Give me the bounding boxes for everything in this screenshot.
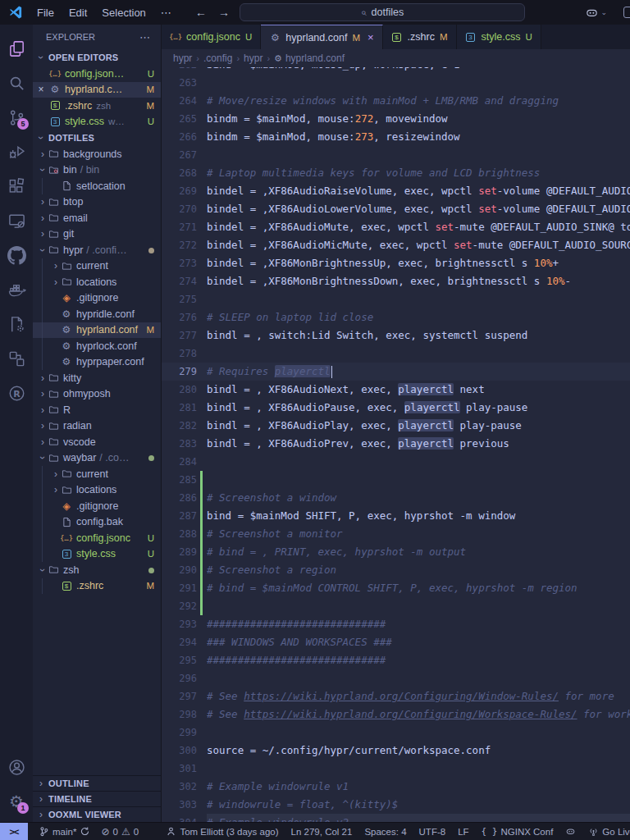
code-line-295[interactable]: 295############################# [162,651,630,669]
code-text[interactable]: # See https://wiki.hyprland.org/Configur… [207,705,630,724]
tree-item-ohmyposh[interactable]: ›ohmyposh [33,386,161,403]
code-text[interactable]: # Example windowrule v2 [207,814,630,822]
line-number[interactable]: 275 [162,290,197,308]
code-line-298[interactable]: 298# See https://wiki.hyprland.org/Confi… [162,705,630,724]
line-number[interactable]: 300 [162,742,197,760]
line-number[interactable]: 283 [162,435,197,453]
code-text[interactable] [207,724,630,742]
git-branch-status[interactable]: main* [39,826,90,837]
breadcrumb-item-hypr[interactable]: hypr [173,52,192,64]
code-line-270[interactable]: 270bindel = ,XF86AudioLowerVolume, exec,… [162,200,630,218]
code-text[interactable]: # Example windowrule v1 [207,778,630,796]
tree-item-vscode[interactable]: ›vscode [33,434,161,450]
tree-item-backgrounds[interactable]: ›backgrounds [33,146,161,162]
menu-selection[interactable]: Selection [95,4,152,21]
copilot-menu[interactable]: ⌄ [585,6,607,20]
line-number[interactable]: 274 [162,272,197,290]
code-line-301[interactable]: 301 [162,760,630,778]
code-text[interactable]: # Screenshot a window [207,489,630,507]
line-number[interactable]: 279 [162,363,197,381]
code-line-282[interactable]: 282bindl = , XF86AudioPlay, exec, player… [162,417,630,435]
line-number[interactable]: 293 [162,615,197,633]
line-number[interactable]: 288 [162,525,197,543]
tree-item-zsh[interactable]: ›zsh [33,562,161,578]
line-number[interactable]: 273 [162,254,197,272]
activity-accounts[interactable] [0,750,33,784]
forward-arrow-icon[interactable]: → [218,6,230,19]
code-text[interactable] [207,146,630,164]
open-editor-style-css[interactable]: 3style.cssw…U [33,114,161,130]
activity-remote-explorer[interactable] [0,203,33,238]
line-number[interactable]: 265 [162,110,197,128]
activity-run-debug[interactable] [0,135,33,169]
code-text[interactable]: bindel = ,XF86MonBrightnessDown, exec, b… [207,272,630,290]
code-text[interactable]: ############################# [207,615,630,633]
tree-item-config-jsonc[interactable]: {…}config.jsoncU [33,530,161,546]
open-editor-config-json[interactable]: {…}config.json…U [33,66,161,82]
back-arrow-icon[interactable]: ← [195,6,207,19]
code-text[interactable]: bindel = ,XF86AudioMicMute, exec, wpctl … [207,236,630,254]
tree-item-locations[interactable]: ›locations [33,482,161,499]
code-line-286[interactable]: 286# Screenshot a window [162,489,630,507]
activity-search[interactable] [0,66,33,100]
more-actions-icon[interactable]: ⋯ [139,31,151,43]
code-line-304[interactable]: 304# Example windowrule v2 [162,814,630,822]
layout-panel-icon[interactable] [623,7,630,18]
code-line-285[interactable]: 285 [162,471,630,489]
code-editor[interactable]: 262bind = $mainMod, mouse_up, workspace,… [162,67,630,822]
code-text[interactable] [207,453,630,471]
code-text[interactable]: # bind = , PRINT, exec, hyprshot -m outp… [207,543,630,561]
tree-item-waybar[interactable]: ›waybar/ .co… [33,450,161,467]
section-header-open-editors[interactable]: ›OPEN EDITORS [33,49,161,66]
code-line-263[interactable]: 263 [162,74,630,92]
tree-item-hypr[interactable]: ›hypr/ .confi… [33,242,161,258]
line-number[interactable]: 289 [162,543,197,561]
line-number[interactable]: 264 [162,92,197,110]
code-line-277[interactable]: 277bindl = , switch:Lid Switch, exec, sy… [162,326,630,345]
code-line-275[interactable]: 275 [162,290,630,308]
code-text[interactable] [207,290,630,308]
code-line-271[interactable]: 271bindel = ,XF86AudioMute, exec, wpctl … [162,218,630,236]
code-line-289[interactable]: 289# bind = , PRINT, exec, hyprshot -m o… [162,543,630,561]
tree-item-btop[interactable]: ›btop [33,194,161,211]
code-text[interactable]: # Requires playerctl [207,363,630,381]
line-number[interactable]: 284 [162,453,197,471]
line-number[interactable]: 295 [162,651,197,669]
code-line-292[interactable]: 292 [162,597,630,615]
code-line-266[interactable]: 266bindm = $mainMod, mouse:273, resizewi… [162,128,630,146]
code-line-303[interactable]: 303# windowrule = float, ^(kitty)$ [162,796,630,814]
code-text[interactable]: # SLEEP on laptop lid close [207,308,630,326]
activity-extensions[interactable] [0,169,33,203]
code-line-290[interactable]: 290# Screenshot a region [162,561,630,579]
code-line-284[interactable]: 284 [162,453,630,471]
code-text[interactable]: source = ~/.config/hypr/current/workspac… [207,742,630,760]
code-text[interactable]: # bind = $mainMod CONTROL SHIFT, P, exec… [207,579,630,597]
line-number[interactable]: 272 [162,236,197,254]
activity-r-lang[interactable]: R [0,376,33,410]
tree-item-config-bak[interactable]: config.bak [33,514,161,531]
tab-style-css[interactable]: 3style.cssU [457,25,541,49]
code-line-276[interactable]: 276# SLEEP on laptop lid close [162,308,630,326]
activity-file-gear[interactable] [0,307,33,341]
code-line-264[interactable]: 264# Move/resize windows with mainMod + … [162,92,630,110]
tree-item-hyprland-conf[interactable]: ⚙hyprland.confM [33,322,161,339]
code-line-262[interactable]: 262bind = $mainMod, mouse_up, workspace,… [162,67,630,74]
line-number[interactable]: 285 [162,471,197,489]
line-number[interactable]: 281 [162,399,197,417]
line-number[interactable]: 280 [162,381,197,399]
close-editor-icon[interactable]: × [33,84,49,95]
tree-item-radian[interactable]: ›radian [33,418,161,435]
open-editor-zshrc[interactable]: $.zshrczshM [33,98,161,114]
code-text[interactable]: bindel = ,XF86MonBrightnessUp, exec, bri… [207,254,630,272]
code-text[interactable] [207,760,630,778]
code-line-279[interactable]: 279# Requires playerctl [162,363,630,381]
tree-item-bin[interactable]: ›bin/ bin [33,162,161,179]
activity-docker[interactable] [0,272,33,307]
line-number[interactable]: 270 [162,200,197,218]
command-center-search[interactable]: ⌕ dotfiles [240,3,525,21]
remote-indicator[interactable]: >< [0,823,28,840]
code-text[interactable]: ### WINDOWS AND WORKSPACES ### [207,633,630,651]
code-line-283[interactable]: 283bindl = , XF86AudioPrev, exec, player… [162,435,630,453]
code-line-269[interactable]: 269bindel = ,XF86AudioRaiseVolume, exec,… [162,182,630,200]
code-text[interactable]: bindel = ,XF86AudioLowerVolume, exec, wp… [207,200,630,218]
